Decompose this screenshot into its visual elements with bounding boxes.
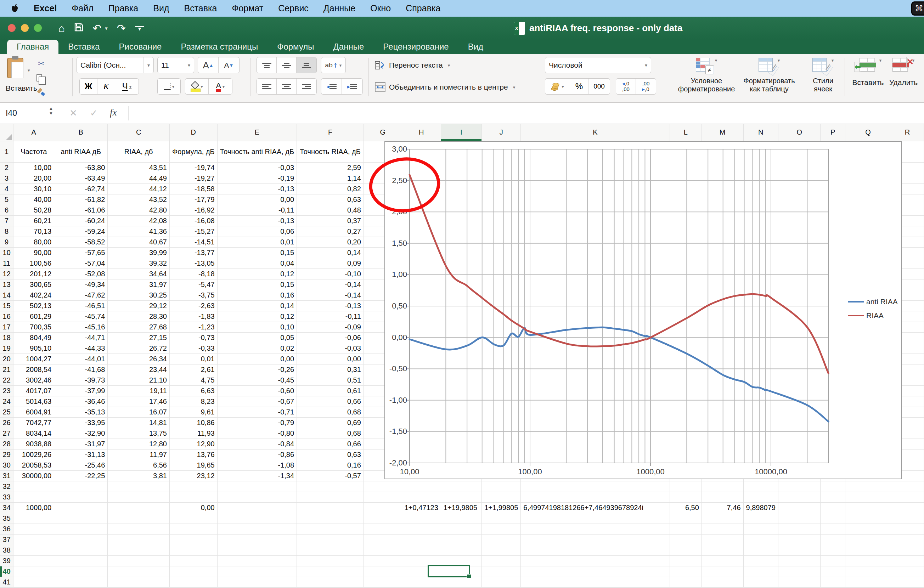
paste-button[interactable] bbox=[7, 58, 23, 78]
row-header-25[interactable]: 25 bbox=[0, 407, 13, 417]
cell-P34[interactable] bbox=[820, 502, 845, 513]
cell-E15[interactable]: 0,14 bbox=[217, 300, 297, 311]
row-header-9[interactable]: 9 bbox=[0, 237, 13, 247]
cell-N35[interactable] bbox=[743, 513, 778, 524]
cell-M39[interactable] bbox=[701, 555, 743, 566]
cell-N32[interactable] bbox=[743, 481, 778, 492]
cell-N38[interactable] bbox=[743, 545, 778, 555]
cell-M38[interactable] bbox=[701, 545, 743, 555]
format-table-dropdown-icon[interactable]: ▾ bbox=[778, 58, 780, 63]
cell-E3[interactable]: -0,19 bbox=[217, 173, 297, 183]
column-header-B[interactable]: B bbox=[54, 124, 108, 141]
cell-N34[interactable]: 9,898079 bbox=[743, 502, 778, 513]
cell-O40[interactable] bbox=[778, 566, 820, 576]
font-color-dropdown-icon[interactable]: ▾ bbox=[223, 84, 225, 89]
cell-F1[interactable]: Точность RIAA, дБ bbox=[297, 141, 364, 162]
cell-D22[interactable]: 4,75 bbox=[169, 375, 217, 385]
cell-I33[interactable] bbox=[441, 492, 482, 502]
selected-cell-outline[interactable] bbox=[427, 565, 470, 577]
cell-E34[interactable] bbox=[217, 502, 297, 513]
cell-C10[interactable]: 39,99 bbox=[108, 247, 170, 258]
decrease-indent-button[interactable]: ◂ bbox=[321, 79, 342, 94]
cell-F22[interactable]: 0,51 bbox=[297, 375, 364, 385]
cell-E27[interactable]: -0,80 bbox=[217, 428, 297, 438]
cell-E6[interactable]: -0,11 bbox=[217, 205, 297, 215]
column-header-C[interactable]: C bbox=[108, 124, 170, 141]
menu-item-вставка[interactable]: Вставка bbox=[184, 3, 217, 13]
cell-F12[interactable]: -0,10 bbox=[297, 268, 364, 279]
cell-E4[interactable]: -0,13 bbox=[217, 183, 297, 194]
cell-A7[interactable]: 60,21 bbox=[13, 215, 54, 226]
cell-B14[interactable]: -47,62 bbox=[54, 290, 108, 300]
cell-D19[interactable]: -0,33 bbox=[169, 343, 217, 354]
cell-D38[interactable] bbox=[169, 545, 217, 555]
align-middle-button[interactable] bbox=[277, 58, 297, 73]
cell-B7[interactable]: -60,24 bbox=[54, 215, 108, 226]
cell-A9[interactable]: 80,00 bbox=[13, 237, 54, 247]
column-header-O[interactable]: O bbox=[778, 124, 820, 141]
cell-D12[interactable]: -8,18 bbox=[169, 268, 217, 279]
cell-C14[interactable]: 30,25 bbox=[108, 290, 170, 300]
cell-G36[interactable] bbox=[363, 524, 402, 534]
cell-E35[interactable] bbox=[217, 513, 297, 524]
home-icon[interactable]: ⌂ bbox=[58, 22, 65, 35]
cell-F33[interactable] bbox=[297, 492, 364, 502]
menu-item-excel[interactable]: Excel bbox=[34, 3, 57, 13]
cell-C21[interactable]: 23,44 bbox=[108, 364, 170, 375]
cell-H38[interactable] bbox=[402, 545, 441, 555]
row-header-28[interactable]: 28 bbox=[0, 438, 13, 449]
cell-F15[interactable]: -0,13 bbox=[297, 300, 364, 311]
cell-J34[interactable]: 1+1,99805 bbox=[482, 502, 521, 513]
cell-E39[interactable] bbox=[217, 555, 297, 566]
row-header-18[interactable]: 18 bbox=[0, 332, 13, 343]
font-name-select[interactable]: Calibri (Осн... ▾ bbox=[76, 57, 154, 73]
cell-F2[interactable]: 2,59 bbox=[297, 162, 364, 173]
cell-B39[interactable] bbox=[54, 555, 108, 566]
cell-K33[interactable] bbox=[521, 492, 670, 502]
cell-J33[interactable] bbox=[482, 492, 521, 502]
cell-A24[interactable]: 5014,63 bbox=[13, 396, 54, 407]
cell-B19[interactable]: -44,33 bbox=[54, 343, 108, 354]
column-header-G[interactable]: G bbox=[363, 124, 402, 141]
cell-A21[interactable]: 2008,54 bbox=[13, 364, 54, 375]
cell-B18[interactable]: -44,71 bbox=[54, 332, 108, 343]
cell-E12[interactable]: 0,12 bbox=[217, 268, 297, 279]
cell-F35[interactable] bbox=[297, 513, 364, 524]
cell-Q37[interactable] bbox=[845, 534, 891, 545]
row-header-30[interactable]: 30 bbox=[0, 460, 13, 470]
cell-P36[interactable] bbox=[820, 524, 845, 534]
cell-styles-button[interactable]: ▾ Стили ячеек bbox=[804, 56, 843, 101]
cell-F34[interactable] bbox=[297, 502, 364, 513]
merge-dropdown-icon[interactable]: ▾ bbox=[513, 85, 515, 90]
cell-B6[interactable]: -61,06 bbox=[54, 205, 108, 215]
cell-Q32[interactable] bbox=[845, 481, 891, 492]
row-header-14[interactable]: 14 bbox=[0, 290, 13, 300]
cell-A22[interactable]: 3002,46 bbox=[13, 375, 54, 385]
cell-I35[interactable] bbox=[441, 513, 482, 524]
cell-R39[interactable] bbox=[891, 555, 924, 566]
cell-C29[interactable]: 11,97 bbox=[108, 449, 170, 460]
cell-C39[interactable] bbox=[108, 555, 170, 566]
cell-D35[interactable] bbox=[169, 513, 217, 524]
row-header-8[interactable]: 8 bbox=[0, 226, 13, 237]
cell-L37[interactable] bbox=[670, 534, 701, 545]
cell-B27[interactable]: -32,90 bbox=[54, 428, 108, 438]
row-header-26[interactable]: 26 bbox=[0, 417, 13, 428]
cell-M41[interactable] bbox=[701, 576, 743, 587]
cell-I38[interactable] bbox=[441, 545, 482, 555]
insert-cells-button[interactable]: ⬅ ▾ Вставить bbox=[851, 56, 885, 101]
row-header-15[interactable]: 15 bbox=[0, 300, 13, 311]
cell-B34[interactable] bbox=[54, 502, 108, 513]
wrap-dropdown-icon[interactable]: ▾ bbox=[448, 63, 450, 68]
cell-B11[interactable]: -57,04 bbox=[54, 258, 108, 268]
cell-P39[interactable] bbox=[820, 555, 845, 566]
cell-L38[interactable] bbox=[670, 545, 701, 555]
cell-D17[interactable]: -1,23 bbox=[169, 322, 217, 332]
minimize-window-button[interactable] bbox=[21, 24, 29, 32]
cell-C27[interactable]: 13,75 bbox=[108, 428, 170, 438]
cell-E9[interactable]: 0,01 bbox=[217, 237, 297, 247]
cell-C6[interactable]: 42,80 bbox=[108, 205, 170, 215]
cell-P38[interactable] bbox=[820, 545, 845, 555]
cell-D25[interactable]: 9,61 bbox=[169, 407, 217, 417]
tab-формулы[interactable]: Формулы bbox=[267, 40, 323, 54]
